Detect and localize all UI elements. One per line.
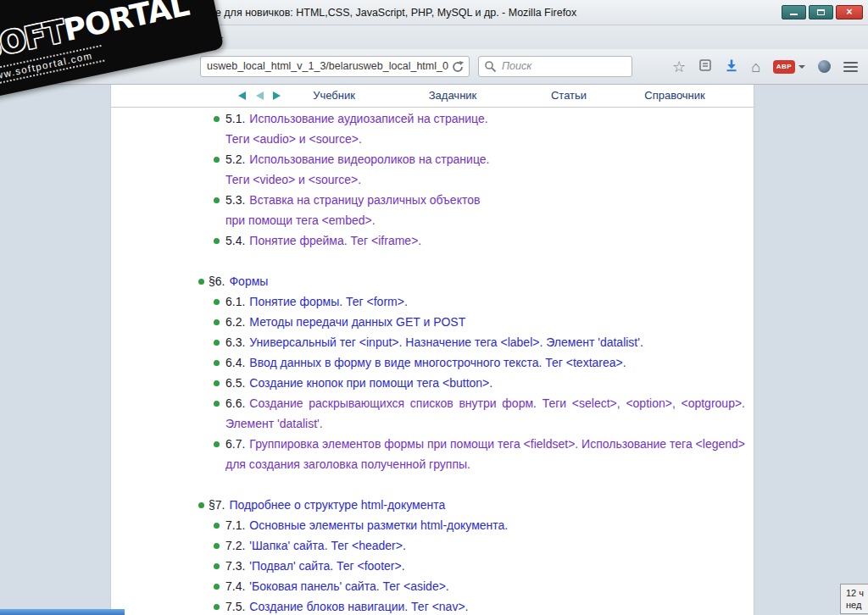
item-number: 5.4. xyxy=(225,234,245,247)
nav-link-zadachnik[interactable]: Задачник xyxy=(429,85,477,107)
menu-icon xyxy=(843,62,858,64)
toc-link[interactable]: Понятие формы. Тег <form>. xyxy=(249,295,407,308)
nav-link-stati[interactable]: Статьи xyxy=(551,85,587,107)
item-number: 7.4. xyxy=(225,579,245,593)
toc-item: 6.1.Понятие формы. Тег <form>. xyxy=(225,291,745,312)
bullet-icon xyxy=(214,441,220,447)
bullet-icon xyxy=(214,238,220,244)
adblock-icon: ABP xyxy=(773,60,795,74)
item-number: 6.6. xyxy=(225,396,245,410)
toc-link[interactable]: Создание кнопок при помощи тега <button>… xyxy=(249,376,492,390)
page-viewport: Учебник Задачник Статьи Справочник 5.1.И… xyxy=(0,85,868,615)
url-bar[interactable]: usweb_local_html_v_1_3/belarusweb_local_… xyxy=(200,56,470,77)
bullet-icon xyxy=(214,116,220,122)
bullet-icon xyxy=(214,401,220,407)
toc-item: 6.3.Универсальный тег <input>. Назначени… xyxy=(225,332,745,352)
bookmark-star-icon[interactable]: ☆ xyxy=(672,59,686,75)
bullet-icon xyxy=(198,279,204,285)
toc-item: 7.2.'Шапка' сайта. Тег <header>. xyxy=(225,535,745,556)
item-number: 5.2. xyxy=(225,152,245,166)
item-number: 7.5. xyxy=(225,600,245,613)
search-icon xyxy=(484,60,497,73)
toc-item: 5.2.Использование видеороликов на страни… xyxy=(225,149,745,190)
toc-item: §6.Формы xyxy=(209,271,743,291)
bullet-icon xyxy=(214,157,220,163)
nav-prev-icon[interactable] xyxy=(256,91,264,100)
bookmarks-menu-icon[interactable] xyxy=(698,58,712,75)
url-text: usweb_local_html_v_1_3/belarusweb_local_… xyxy=(207,57,448,76)
toc-link[interactable]: 'Подвал' сайта. Тег <footer>. xyxy=(249,559,404,573)
nav-link-uchebnik[interactable]: Учебник xyxy=(313,85,355,107)
window-title: ние для новичков: HTML,CSS, JavaScript, … xyxy=(203,0,576,25)
bullet-icon xyxy=(214,584,220,590)
bullet-icon xyxy=(214,340,220,346)
toc-link[interactable]: Основные элементы разметки html-документ… xyxy=(249,518,508,532)
toc-item: 6.5.Создание кнопок при помощи тега <but… xyxy=(225,373,745,393)
chevron-down-icon xyxy=(798,65,805,69)
toc-link[interactable]: Понятие фрейма. Тег <iframe>. xyxy=(249,234,421,247)
adblock-button[interactable]: ABP xyxy=(773,60,805,74)
item-number: 6.5. xyxy=(225,376,245,390)
toc-item: 6.4.Ввод данных в форму в виде многостро… xyxy=(225,352,745,373)
addon-icon[interactable] xyxy=(818,60,831,73)
toc-item: 7.1.Основные элементы разметки html-доку… xyxy=(225,515,745,535)
toc-link[interactable]: Использование видеороликов на странице. … xyxy=(225,152,489,186)
nav-link-spravochnik[interactable]: Справочник xyxy=(644,85,705,107)
item-number: 5.1. xyxy=(225,112,245,125)
minimize-icon xyxy=(790,14,798,15)
menu-button[interactable] xyxy=(843,62,858,72)
content-column: Учебник Задачник Статьи Справочник 5.1.И… xyxy=(110,85,754,615)
toc-item: 6.2.Методы передачи данных GET и POST xyxy=(225,312,745,332)
bullet-icon xyxy=(214,380,220,386)
close-button[interactable]: × xyxy=(836,5,863,19)
item-number: 7.1. xyxy=(225,518,245,532)
search-placeholder: Поиск xyxy=(502,57,531,76)
download-icon[interactable] xyxy=(725,58,738,75)
toc-item: §7.Подробнее о структуре html-документа xyxy=(209,495,743,515)
nav-first-icon[interactable] xyxy=(238,91,246,100)
toc-item: 7.5.Создание блоков навигации. Тег <nav>… xyxy=(225,596,745,615)
home-icon[interactable]: ⌂ xyxy=(751,59,760,75)
item-number: 6.1. xyxy=(225,295,245,308)
item-number: 5.3. xyxy=(225,193,245,207)
toc-link[interactable]: Формы xyxy=(229,274,268,288)
toc-item: 7.3.'Подвал' сайта. Тег <footer>. xyxy=(225,556,745,576)
toc-link[interactable]: Создание блоков навигации. Тег <nav>. xyxy=(249,600,468,613)
bullet-icon xyxy=(214,319,220,325)
item-number: 7.3. xyxy=(225,559,245,573)
minimize-button[interactable] xyxy=(782,5,806,19)
toc-link[interactable]: Вставка на страницу различных объектов п… xyxy=(225,193,480,227)
bullet-icon xyxy=(198,502,204,508)
toc-link[interactable]: Группировка элементов формы при помощи т… xyxy=(225,437,745,471)
toc-link[interactable]: Использование аудиозаписей на странице. … xyxy=(225,112,488,146)
item-number: §6. xyxy=(209,274,225,288)
maximize-button[interactable] xyxy=(809,5,833,19)
bullet-icon xyxy=(214,523,220,529)
tooltip-line: 12 ч xyxy=(846,587,868,599)
toc-link[interactable]: Подробнее о структуре html-документа xyxy=(229,498,445,512)
item-number: §7. xyxy=(209,498,225,512)
item-number: 6.7. xyxy=(225,437,245,451)
toc-link[interactable]: Ввод данных в форму в виде многострочног… xyxy=(249,356,626,369)
toc-item: 5.4.Понятие фрейма. Тег <iframe>. xyxy=(225,230,745,251)
nav-next-icon[interactable] xyxy=(273,91,281,100)
item-number: 6.3. xyxy=(225,335,245,349)
toc-item: 5.3.Вставка на страницу различных объект… xyxy=(225,190,745,230)
toc-link[interactable]: Методы передачи данных GET и POST xyxy=(249,315,465,329)
bullet-icon xyxy=(214,604,220,610)
toc-link[interactable]: 'Шапка' сайта. Тег <header>. xyxy=(249,539,405,552)
item-number: 7.2. xyxy=(225,539,245,552)
toc-item: 6.6.Создание раскрывающихся списков внут… xyxy=(225,393,745,434)
item-number: 6.2. xyxy=(225,315,245,329)
browser-window: ние для новичков: HTML,CSS, JavaScript, … xyxy=(0,0,868,615)
bullet-icon xyxy=(214,197,220,203)
toc-link[interactable]: Универсальный тег <input>. Назначение те… xyxy=(249,335,643,349)
taskbar-fragment xyxy=(0,609,125,615)
toc-link[interactable]: 'Боковая панель' сайта. Тег <aside>. xyxy=(249,579,448,593)
bullet-icon xyxy=(214,543,220,549)
search-bar[interactable]: Поиск xyxy=(478,56,632,77)
bullet-icon xyxy=(214,563,220,569)
toc-link[interactable]: Создание раскрывающихся списков внутри ф… xyxy=(225,396,745,430)
bullet-icon xyxy=(214,299,220,305)
reload-icon[interactable] xyxy=(450,59,465,75)
